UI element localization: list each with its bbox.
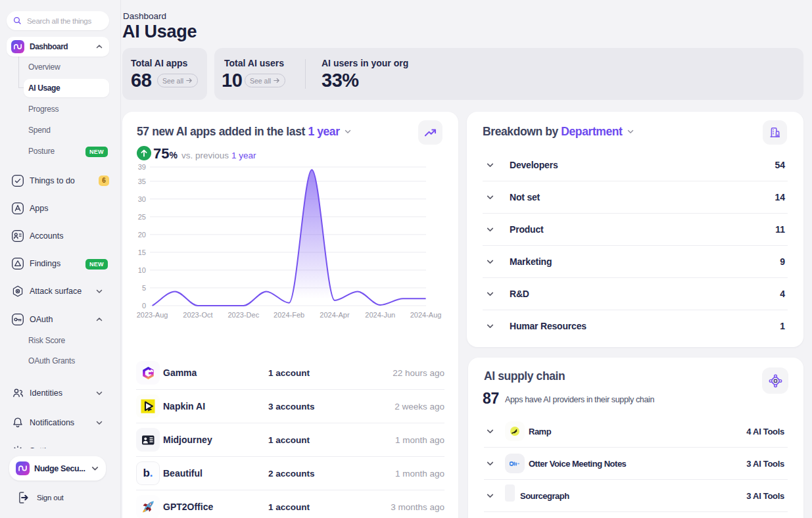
- svg-text:25: 25: [138, 213, 146, 221]
- svg-text:2023-Dec: 2023-Dec: [227, 311, 259, 319]
- svg-text:2024-Apr: 2024-Apr: [320, 311, 350, 319]
- svg-text:2024-Aug: 2024-Aug: [410, 311, 442, 319]
- svg-text:2024-Jun: 2024-Jun: [365, 311, 395, 319]
- svg-text:39: 39: [138, 163, 146, 171]
- svg-text:2024-Feb: 2024-Feb: [274, 311, 304, 319]
- svg-text:2023-Oct: 2023-Oct: [183, 311, 212, 319]
- svg-text:10: 10: [138, 266, 146, 274]
- svg-text:30: 30: [138, 195, 146, 203]
- svg-text:0: 0: [142, 302, 146, 310]
- svg-text:2023-Aug: 2023-Aug: [137, 311, 168, 319]
- svg-text:20: 20: [138, 231, 146, 239]
- svg-text:5: 5: [142, 284, 146, 292]
- svg-text:15: 15: [138, 248, 146, 256]
- svg-text:35: 35: [138, 177, 146, 185]
